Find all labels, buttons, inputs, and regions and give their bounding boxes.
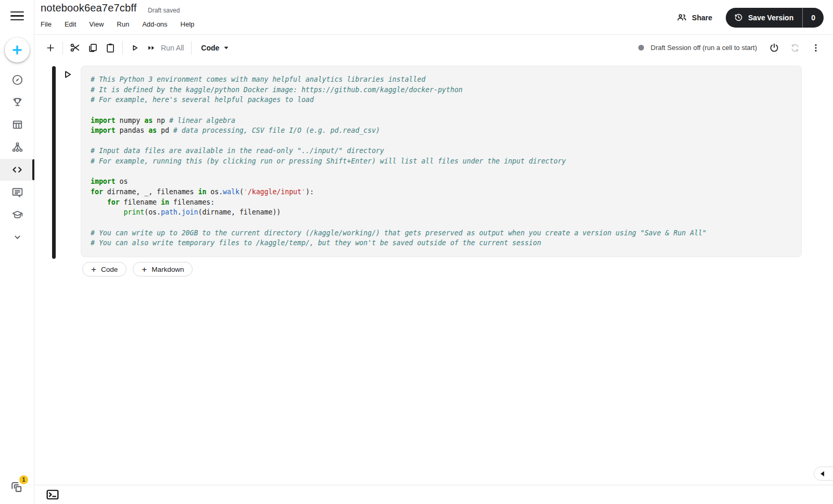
notebook-toolbar: Run All Code Draft Session off (run a ce… <box>34 35 833 60</box>
comment-icon <box>11 186 24 199</box>
toolbar-divider <box>191 41 192 55</box>
clipboard-icon <box>105 42 116 54</box>
add-markdown-label: Markdown <box>152 266 184 273</box>
session-status-text: Draft Session off (run a cell to start) <box>651 44 757 52</box>
plus-icon <box>10 43 24 57</box>
menu-bar: FileEditViewRunAdd-onsHelp <box>41 20 194 28</box>
header: notebook6ea7e7cbff Draft saved FileEditV… <box>34 0 833 35</box>
code-editor[interactable]: # This Python 3 environment comes with m… <box>91 74 792 248</box>
menu-file[interactable]: File <box>41 20 52 28</box>
triangle-left-icon <box>820 471 825 477</box>
graduation-cap-icon <box>11 208 24 221</box>
scissors-icon <box>69 42 81 54</box>
power-icon <box>768 42 780 54</box>
kebab-menu-icon <box>811 43 821 53</box>
share-button[interactable]: Share <box>676 12 712 23</box>
sidebar-item-discussions[interactable] <box>0 181 34 203</box>
terminal-icon <box>46 489 59 500</box>
sidebar-item-code[interactable] <box>0 159 34 181</box>
toolbar-divider <box>122 41 123 55</box>
add-markdown-cell-button[interactable]: + Markdown <box>133 262 193 276</box>
sidebar-item-learn[interactable] <box>0 204 34 225</box>
run-all-button[interactable] <box>144 39 159 57</box>
sidebar-item-competitions[interactable] <box>0 91 34 113</box>
paste-cell-button[interactable] <box>102 39 119 57</box>
plus-icon: + <box>142 265 147 274</box>
code-icon <box>10 163 24 177</box>
table-icon <box>11 118 24 131</box>
sidebar-item-datasets[interactable] <box>0 114 34 135</box>
session-status-dot <box>638 45 644 51</box>
terminal-button[interactable] <box>46 489 59 500</box>
save-version-button[interactable]: Save Version 0 <box>726 8 824 28</box>
restart-session-button[interactable] <box>786 39 804 57</box>
run-all-label[interactable]: Run All <box>161 44 184 52</box>
sessions-count-badge: 1 <box>19 475 28 484</box>
caret-down-icon <box>224 46 229 49</box>
refresh-icon <box>789 42 801 54</box>
copy-icon <box>87 42 98 54</box>
menu-edit[interactable]: Edit <box>65 20 76 28</box>
add-code-label: Code <box>101 266 118 273</box>
network-icon <box>11 141 24 154</box>
draft-status: Draft saved <box>148 7 180 14</box>
sidebar-item-home[interactable] <box>0 69 34 91</box>
copy-cell-button[interactable] <box>84 39 102 57</box>
left-sidebar: 1 <box>0 0 34 504</box>
menu-view[interactable]: View <box>89 20 104 28</box>
collapse-panel-button[interactable] <box>814 467 833 481</box>
run-cell-button[interactable] <box>126 39 144 57</box>
play-icon <box>61 68 74 81</box>
toolbar-more-button[interactable] <box>807 39 825 57</box>
menu-run[interactable]: Run <box>117 20 129 28</box>
fast-forward-icon <box>146 42 157 54</box>
sidebar-item-more[interactable] <box>0 226 34 248</box>
notebook-title[interactable]: notebook6ea7e7cbff <box>41 2 137 14</box>
compass-icon <box>11 73 24 86</box>
version-count[interactable]: 0 <box>803 8 824 28</box>
plus-icon <box>45 42 56 54</box>
toolbar-divider <box>62 41 63 55</box>
play-icon <box>129 42 141 54</box>
cell-run-button[interactable] <box>61 68 74 81</box>
history-icon <box>734 12 743 22</box>
menu-add-ons[interactable]: Add-ons <box>142 20 167 28</box>
add-cell-button[interactable] <box>42 39 59 57</box>
create-button[interactable] <box>5 37 30 62</box>
hamburger-menu-icon[interactable] <box>10 9 24 23</box>
plus-icon: + <box>91 265 96 274</box>
save-version-label: Save Version <box>748 14 793 22</box>
code-cell[interactable]: # This Python 3 environment comes with m… <box>81 66 802 257</box>
add-code-cell-button[interactable]: + Code <box>82 262 127 276</box>
active-sessions-button[interactable]: 1 <box>9 479 27 499</box>
cell-type-label: Code <box>201 44 219 52</box>
session-power-button[interactable] <box>765 39 783 57</box>
trophy-icon <box>11 96 24 109</box>
people-icon <box>676 12 687 23</box>
share-label: Share <box>692 14 712 22</box>
cell-type-dropdown[interactable]: Code <box>201 44 229 52</box>
chevron-down-icon <box>11 231 24 244</box>
menu-help[interactable]: Help <box>181 20 195 28</box>
cut-cell-button[interactable] <box>66 39 84 57</box>
sidebar-item-models[interactable] <box>0 136 34 158</box>
cell-selection-bar <box>52 66 56 259</box>
bottom-bar <box>34 485 833 504</box>
